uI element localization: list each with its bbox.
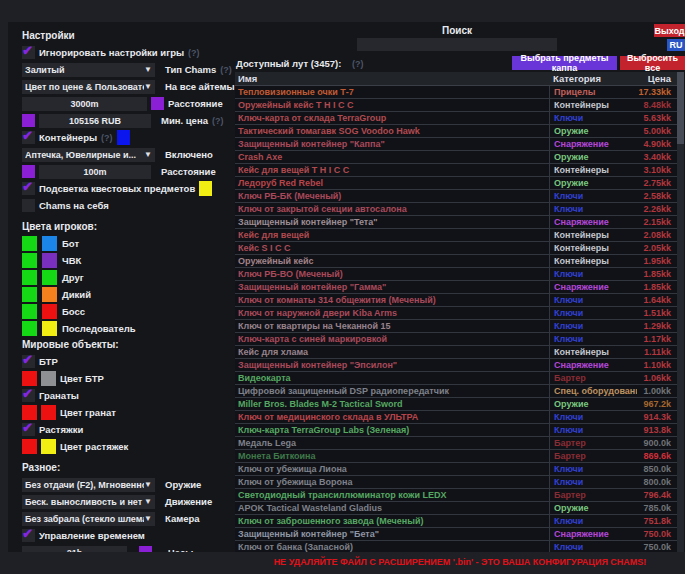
hours-input[interactable]	[22, 546, 127, 553]
player-color-swatch-2[interactable]	[42, 287, 57, 302]
loot-row[interactable]: Ключ от убежища ВоронаКлючи800.0k	[235, 476, 677, 489]
quest-highlight-color-swatch[interactable]	[199, 181, 212, 196]
player-color-swatch-2[interactable]	[42, 304, 57, 319]
loot-row[interactable]: Ключ от наружной двери Kiba ArmsКлючи1.5…	[235, 307, 677, 320]
containers-checkbox[interactable]	[22, 131, 35, 144]
player-color-swatch-2[interactable]	[42, 253, 57, 268]
loot-row[interactable]: Ключ от медицинского склада в УЛЬТРАКлюч…	[235, 411, 677, 424]
tripwire-color-swatch-1[interactable]	[22, 439, 37, 454]
loot-row[interactable]: Ключ от закрытой секции автосалонаКлючи2…	[235, 203, 677, 216]
loot-row[interactable]: Тактический томагавк SOG Voodoo HawkОруж…	[235, 125, 677, 138]
loot-item-name: Ключ РБ-ВО (Меченый)	[235, 269, 549, 279]
quest-highlight-checkbox[interactable]	[22, 182, 35, 195]
weapon-dropdown[interactable]: Без отдачи (F2), Мгновенное п ▼	[22, 478, 155, 492]
loot-row[interactable]: Ключ от убежища ЛионаКлючи850.0k	[235, 463, 677, 476]
scrollbar[interactable]	[677, 72, 684, 552]
help-icon[interactable]: (?)	[220, 65, 232, 75]
loot-row[interactable]: Ключ от банка (Запасной)Ключи750.0k	[235, 541, 677, 552]
loot-row[interactable]: Ключ-карта от склада TerraGroupКлючи5.63…	[235, 112, 677, 125]
containers-color-swatch[interactable]	[117, 130, 130, 145]
loot-row[interactable]: Оружейный кейс T H I C CКонтейнеры8.48kk	[235, 99, 677, 112]
categories-dropdown[interactable]: Аптечка, Ювелирные и... ▼	[22, 148, 155, 162]
loot-row[interactable]: APOK Tactical Wasteland GladiusОружие785…	[235, 502, 677, 515]
loot-row[interactable]: Защищенный контейнер "Гамма"Снаряжение1.…	[235, 281, 677, 294]
scrollbar-thumb[interactable]	[677, 72, 684, 144]
camera-dropdown[interactable]: Без забрала (стекло шлема) ▼	[22, 512, 155, 526]
player-color-swatch-2[interactable]	[42, 321, 57, 336]
help-icon[interactable]: (?)	[352, 59, 364, 69]
loot-row[interactable]: Защищенный контейнер "Тета"Снаряжение2.1…	[235, 216, 677, 229]
exit-button[interactable]: Выход	[654, 24, 685, 37]
loot-row[interactable]: Ледоруб Red RebelОружие2.75kk	[235, 177, 677, 190]
loot-row[interactable]: Кейс для вещейКонтейнеры2.08kk	[235, 229, 677, 242]
loot-row[interactable]: Кейс для вещей T H I C CКонтейнеры3.10kk	[235, 164, 677, 177]
min-price-input[interactable]	[39, 114, 151, 128]
loot-row[interactable]: Miller Bros. Blades M-2 Tactical SwordОр…	[235, 398, 677, 411]
loot-row[interactable]: Ключ-карта TerraGroup Labs (Зеленая)Ключ…	[235, 424, 677, 437]
min-price-row: Мин. цена (?)	[22, 112, 235, 129]
loot-item-category: Контейнеры	[549, 242, 637, 254]
search-input[interactable]	[357, 38, 557, 51]
player-color-swatch-1[interactable]	[22, 304, 37, 319]
loot-row[interactable]: Ключ от комнаты 314 общежития (Меченый)К…	[235, 294, 677, 307]
grenade-color-swatch-1[interactable]	[22, 405, 37, 420]
loot-item-name: Ключ от банка (Запасной)	[235, 542, 549, 552]
loot-item-price: 751.8k	[637, 516, 677, 526]
containers-distance-color-swatch[interactable]	[22, 165, 35, 178]
hours-color-swatch[interactable]	[139, 546, 152, 552]
ignore-settings-checkbox[interactable]	[22, 46, 35, 59]
loot-row[interactable]: Ключ от заброшенного завода (Меченый)Клю…	[235, 515, 677, 528]
help-icon[interactable]: (?)	[212, 116, 224, 126]
loot-row[interactable]: Медаль LegaБартер900.0k	[235, 437, 677, 450]
settings-sidebar: Настройки Игнорировать настройки игры (?…	[8, 22, 235, 552]
color-mode-dropdown[interactable]: Цвет по цене & Пользователь ▼	[22, 80, 155, 94]
loot-row[interactable]: Ключ РБ-ВО (Меченый)Ключи1.85kk	[235, 268, 677, 281]
player-color-swatch-2[interactable]	[42, 236, 57, 251]
btr-color-swatch-1[interactable]	[22, 371, 37, 386]
time-control-checkbox[interactable]	[22, 529, 35, 542]
loot-row[interactable]: Светодиодный трансиллюминатор кожи LEDXБ…	[235, 489, 677, 502]
loot-row[interactable]: Кейс для хламаКонтейнеры1.11kk	[235, 346, 677, 359]
loot-row[interactable]: Оружейный кейсКонтейнеры1.95kk	[235, 255, 677, 268]
player-color-swatch-2[interactable]	[42, 270, 57, 285]
column-category[interactable]: Категория	[549, 73, 637, 84]
containers-distance-input[interactable]	[39, 165, 151, 179]
player-color-swatch-1[interactable]	[22, 287, 37, 302]
loot-row[interactable]: Цифровой защищенный DSP радиопередатчикС…	[235, 385, 677, 398]
language-button[interactable]: RU	[667, 39, 685, 51]
distance-color-swatch[interactable]	[151, 97, 164, 110]
loot-row[interactable]: Защищенный контейнер "Эпсилон"Снаряжение…	[235, 359, 677, 372]
loot-row[interactable]: Crash AxeОружие3.40kk	[235, 151, 677, 164]
grenades-checkbox[interactable]	[22, 389, 35, 402]
movement-dropdown[interactable]: Беск. выносливость и нет уста ▼	[22, 495, 155, 509]
tripwires-checkbox[interactable]	[22, 423, 35, 436]
btr-checkbox[interactable]	[22, 355, 35, 368]
column-price[interactable]: Цена	[637, 73, 677, 84]
loot-row[interactable]: Монета БиткоинаБартер869.6k	[235, 450, 677, 463]
player-color-swatch-1[interactable]	[22, 270, 37, 285]
min-price-color-swatch[interactable]	[22, 114, 35, 127]
player-color-swatch-1[interactable]	[22, 253, 37, 268]
help-icon[interactable]: (?)	[188, 48, 200, 58]
chams-type-dropdown[interactable]: Залитый ▼	[22, 63, 155, 77]
loot-row[interactable]: Кейс S I C CКонтейнеры2.05kk	[235, 242, 677, 255]
chevron-down-icon: ▼	[144, 150, 152, 159]
select-kappa-button[interactable]: Выбрать предметы каппа	[512, 56, 617, 70]
help-icon[interactable]: (?)	[101, 133, 113, 143]
grenade-color-swatch-2[interactable]	[41, 405, 56, 420]
btr-color-swatch-2[interactable]	[41, 371, 56, 386]
loot-row[interactable]: Защищенный контейнер "Каппа"Снаряжение4.…	[235, 138, 677, 151]
loot-row[interactable]: Ключ от квартиры на Чеканной 15Ключи1.29…	[235, 320, 677, 333]
loot-row[interactable]: ВидеокартаБартер1.06kk	[235, 372, 677, 385]
loot-row[interactable]: Тепловизионные очки Т-7Прицелы17.33kk	[235, 86, 677, 99]
player-color-swatch-1[interactable]	[22, 321, 37, 336]
player-color-swatch-1[interactable]	[22, 236, 37, 251]
loot-row[interactable]: Защищенный контейнер "Бета"Снаряжение750…	[235, 528, 677, 541]
loot-row[interactable]: Ключ РБ-БК (Меченый)Ключи2.58kk	[235, 190, 677, 203]
chams-self-checkbox[interactable]	[22, 199, 35, 212]
column-name[interactable]: Имя	[235, 73, 549, 84]
drop-all-button[interactable]: Выбросить все	[620, 56, 685, 70]
distance-input[interactable]	[22, 97, 147, 111]
loot-row[interactable]: Ключ-карта с синей маркировкойКлючи1.17k…	[235, 333, 677, 346]
tripwire-color-swatch-2[interactable]	[41, 439, 56, 454]
